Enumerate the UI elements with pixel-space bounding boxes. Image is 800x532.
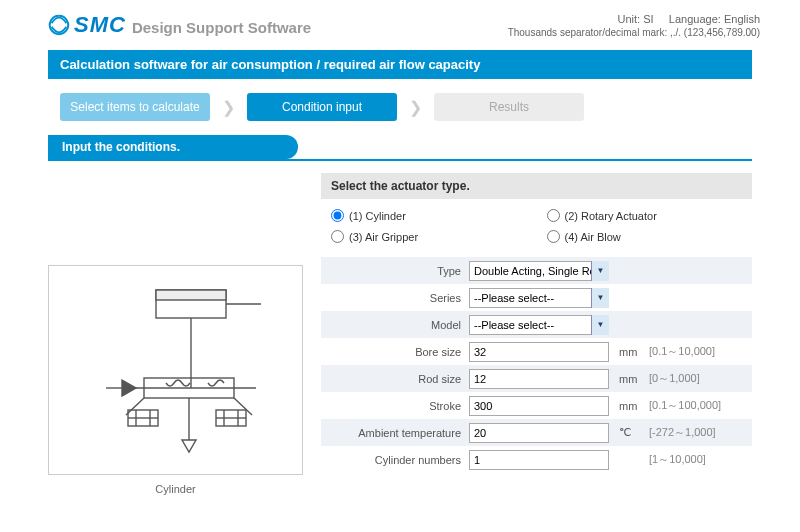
series-select[interactable]: --Please select-- (469, 288, 609, 308)
brand-text: SMC (74, 12, 126, 38)
cylnum-range: [1～10,000] (643, 452, 706, 467)
unit-label: Unit: (617, 13, 640, 25)
stroke-label: Stroke (321, 400, 469, 412)
language-value[interactable]: English (724, 13, 760, 25)
section-heading: Input the conditions. (48, 135, 298, 159)
ambient-unit: ℃ (609, 426, 643, 439)
top-info: Unit: SI Language: English Thousands sep… (508, 13, 760, 38)
radio-blow-input[interactable] (547, 230, 560, 243)
rod-size-input[interactable] (469, 369, 609, 389)
step-condition-input[interactable]: Condition input (247, 93, 397, 121)
series-label: Series (321, 292, 469, 304)
bore-size-input[interactable] (469, 342, 609, 362)
bore-unit: mm (609, 346, 643, 358)
rod-unit: mm (609, 373, 643, 385)
radio-air-blow[interactable]: (4) Air Blow (547, 230, 743, 243)
wizard-steps: Select items to calculate ❯ Condition in… (60, 93, 752, 121)
page-title: Calculation software for air consumption… (48, 50, 752, 79)
unit-value[interactable]: SI (643, 13, 653, 25)
radio-rotary-input[interactable] (547, 209, 560, 222)
svg-rect-1 (156, 290, 226, 300)
rod-range: [0～1,000] (643, 371, 700, 386)
ambient-temp-label: Ambient temperature (321, 427, 469, 439)
model-select[interactable]: --Please select-- (469, 315, 609, 335)
diagram-caption: Cylinder (48, 483, 303, 495)
header: SMC Design Support Software Unit: SI Lan… (0, 0, 800, 42)
actuator-diagram (48, 265, 303, 475)
radio-cylinder[interactable]: (1) Cylinder (331, 209, 527, 222)
radio-gripper-input[interactable] (331, 230, 344, 243)
stroke-input[interactable] (469, 396, 609, 416)
bore-size-label: Bore size (321, 346, 469, 358)
brand-logo: SMC (48, 12, 126, 38)
chevron-right-icon: ❯ (222, 98, 235, 117)
rod-size-label: Rod size (321, 373, 469, 385)
step-select-items[interactable]: Select items to calculate (60, 93, 210, 121)
model-label: Model (321, 319, 469, 331)
stroke-range: [0.1～100,000] (643, 398, 721, 413)
smc-spiral-icon (48, 14, 70, 36)
cylinder-numbers-label: Cylinder numbers (321, 454, 469, 466)
type-select[interactable]: Double Acting, Single Rod (469, 261, 609, 281)
radio-cylinder-input[interactable] (331, 209, 344, 222)
parameter-form: Type Double Acting, Single Rod▼ Series -… (321, 257, 752, 473)
ambient-range: [-272～1,000] (643, 425, 716, 440)
separator-note: Thousands separator/decimal mark: ,./. (… (508, 27, 760, 38)
chevron-right-icon: ❯ (409, 98, 422, 117)
radio-air-gripper[interactable]: (3) Air Gripper (331, 230, 527, 243)
step-results: Results (434, 93, 584, 121)
ambient-temp-input[interactable] (469, 423, 609, 443)
actuator-type-heading: Select the actuator type. (321, 173, 752, 199)
svg-line-7 (234, 398, 252, 415)
cylinder-numbers-input[interactable] (469, 450, 609, 470)
radio-rotary-actuator[interactable]: (2) Rotary Actuator (547, 209, 743, 222)
stroke-unit: mm (609, 400, 643, 412)
actuator-type-radios: (1) Cylinder (2) Rotary Actuator (3) Air… (321, 209, 752, 257)
app-subtitle: Design Support Software (132, 19, 311, 36)
type-label: Type (321, 265, 469, 277)
language-label: Language: (669, 13, 721, 25)
bore-range: [0.1～10,000] (643, 344, 715, 359)
section-divider (48, 159, 752, 161)
